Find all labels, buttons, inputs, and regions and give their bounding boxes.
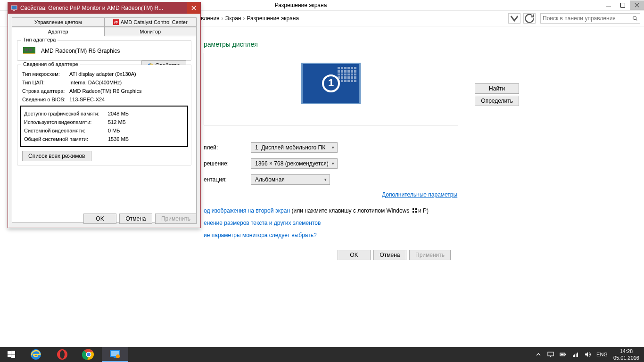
adapter-type-group-title: Тип адаптера [21, 37, 58, 42]
minimize-button[interactable] [602, 0, 616, 10]
refresh-button[interactable] [523, 13, 536, 24]
monitor-preview[interactable]: 1 [301, 63, 361, 104]
display-preview-area: 1 Найти Определить [204, 53, 458, 125]
tab-adapter[interactable]: Адаптер [12, 27, 105, 36]
adapter-name: AMD Radeon(TM) R6 Graphics [41, 48, 120, 54]
monitor-icon [11, 5, 17, 11]
bios-info-label: Сведения о BIOS: [22, 95, 69, 104]
chevron-right-icon: › [222, 15, 223, 22]
mem-shared-label: Общей системной памяти: [24, 135, 108, 143]
wifi-icon[interactable] [572, 351, 578, 358]
cp-ok-button[interactable]: OK [338, 250, 371, 260]
advanced-settings-link[interactable]: Дополнительные параметры [382, 191, 457, 198]
tray-date: 05.01.2016 [613, 354, 639, 361]
taskbar-chrome[interactable] [75, 347, 102, 362]
svg-rect-22 [548, 352, 553, 356]
svg-point-21 [116, 354, 120, 358]
start-button[interactable] [0, 347, 23, 362]
memory-info-highlight: Доступно графической памяти:2048 МБ Испо… [20, 106, 188, 147]
resolution-select[interactable]: 644 × 362 (рекомендуется) ▾ [251, 158, 338, 169]
windows-logo-icon [411, 208, 417, 214]
adapter-string-label: Строка адаптера: [22, 87, 69, 95]
orientation-select[interactable]: Альбомная ▾ [251, 174, 330, 185]
svg-rect-10 [8, 354, 11, 357]
chevron-down-icon: ▾ [332, 161, 334, 166]
tray-language[interactable]: ENG [596, 352, 608, 357]
svg-rect-2 [13, 10, 15, 11]
opera-icon [56, 348, 69, 361]
close-button[interactable] [630, 0, 644, 10]
address-dropdown-button[interactable] [508, 13, 520, 24]
svg-rect-28 [576, 354, 577, 357]
taskbar-opera[interactable] [49, 347, 75, 362]
svg-point-17 [87, 353, 91, 356]
find-button[interactable]: Найти [475, 83, 519, 94]
breadcrumb-item[interactable]: вления [201, 15, 220, 22]
breadcrumb-item[interactable]: Разрешение экрана [247, 15, 299, 22]
display-select-value: 1. Дисплей мобильного ПК [255, 144, 325, 151]
volume-icon[interactable] [584, 351, 591, 358]
display-settings-icon [108, 348, 122, 361]
system-tray: ENG 14:28 05.01.2016 [535, 347, 644, 362]
dac-type-value: Internal DAC(400MHz) [69, 78, 186, 87]
adapter-info-group-title: Сведения об адаптере [21, 61, 80, 67]
svg-rect-26 [573, 355, 574, 357]
dlg-apply-button[interactable]: Применить [155, 214, 197, 224]
dialog-title: Свойства: Generic PnP Monitor и AMD Rade… [20, 5, 187, 11]
cp-apply-button[interactable]: Применить [409, 250, 451, 260]
dialog-titlebar[interactable]: Свойства: Generic PnP Monitor и AMD Rade… [8, 2, 200, 14]
ie-icon [29, 348, 42, 361]
svg-rect-1 [11, 6, 17, 9]
chevron-down-icon: ▾ [324, 177, 327, 182]
project-link-row: од изображения на второй экран (или нажм… [204, 207, 429, 214]
taskbar-control-panel[interactable] [102, 347, 128, 362]
chrome-icon [82, 348, 95, 361]
svg-rect-8 [8, 351, 11, 354]
graphics-card-icon [22, 45, 37, 57]
chip-type-label: Тип микросхем: [22, 70, 69, 78]
svg-rect-29 [577, 353, 578, 357]
dlg-cancel-button[interactable]: Отмена [119, 214, 152, 224]
monitor-settings-help-link[interactable]: ие параметры монитора следует выбрать? [204, 232, 317, 239]
chevron-right-icon: › [243, 15, 245, 22]
text-size-link[interactable]: енение размеров текста и других элементо… [204, 220, 321, 226]
bios-info-value: 113-SPEC-X24 [69, 95, 186, 104]
cp-search-input[interactable] [543, 15, 632, 22]
dac-type-label: Тип ЦАП: [22, 78, 69, 87]
svg-rect-20 [114, 357, 116, 358]
mem-used-label: Используется видеопамяти: [24, 118, 108, 126]
dialog-close-button[interactable] [187, 2, 200, 14]
cp-search-box[interactable] [540, 13, 640, 24]
resolution-select-value: 644 × 362 (рекомендуется) [255, 160, 329, 167]
tab-color-management[interactable]: Управление цветом [12, 17, 105, 27]
list-all-modes-button[interactable]: Список всех режимов [22, 151, 91, 161]
chip-type-value: ATI display adapter (0x130A) [69, 70, 141, 78]
tray-overflow-icon[interactable] [535, 351, 542, 358]
display-label: плей: [204, 144, 251, 151]
svg-rect-6 [25, 49, 28, 51]
mem-sys-value: 0 МБ [108, 126, 120, 135]
mem-sys-label: Системной видеопамяти: [24, 126, 108, 135]
battery-icon[interactable] [560, 351, 566, 358]
taskbar-ie[interactable] [23, 347, 49, 362]
project-second-screen-link[interactable]: од изображения на второй экран [204, 207, 290, 214]
mem-avail-value: 2048 МБ [108, 109, 129, 118]
svg-rect-7 [29, 49, 32, 51]
adapter-tab-panel: Тип адаптера AMD Radeon(TM) R6 Graphics … [12, 36, 197, 222]
svg-point-14 [60, 350, 65, 359]
tab-monitor[interactable]: Монитор [105, 27, 197, 36]
breadcrumb: вления › Экран › Разрешение экрана [201, 15, 299, 22]
display-select[interactable]: 1. Дисплей мобильного ПК ▾ [251, 142, 338, 153]
svg-point-0 [633, 16, 636, 20]
svg-rect-9 [11, 351, 15, 354]
cp-cancel-button[interactable]: Отмена [373, 250, 406, 260]
maximize-button[interactable] [616, 0, 630, 10]
page-heading: раметры дисплея [204, 41, 258, 48]
tab-catalyst[interactable]: AMD Catalyst Control Center [105, 17, 197, 27]
dlg-ok-button[interactable]: OK [83, 214, 116, 224]
tray-clock[interactable]: 14:28 05.01.2016 [613, 348, 639, 361]
search-icon [632, 16, 638, 21]
breadcrumb-item[interactable]: Экран [225, 15, 241, 22]
action-center-icon[interactable] [547, 351, 554, 358]
detect-button[interactable]: Определить [475, 96, 519, 106]
